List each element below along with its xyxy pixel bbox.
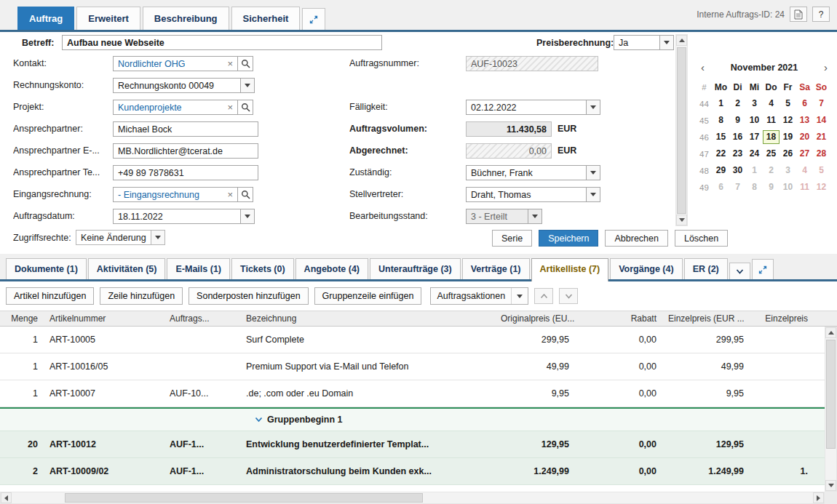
calendar-day[interactable]: 10 (746, 113, 763, 127)
calendar-day[interactable]: 30 (729, 164, 746, 177)
tab-overflow-button[interactable] (729, 263, 750, 279)
serie-button[interactable]: Serie (492, 230, 532, 247)
table-scrollbar-thumb[interactable] (826, 340, 836, 449)
l-schen-button[interactable]: Löschen (675, 230, 728, 247)
calendar-day[interactable]: 27 (796, 147, 813, 161)
calendar-day[interactable]: 4 (796, 164, 813, 177)
table-row[interactable]: 1ART-10005Surf Complete299,950,00299,95 (0, 327, 825, 353)
help-button[interactable]: ? (812, 7, 830, 22)
notes-button[interactable] (790, 7, 807, 22)
calendar-day[interactable]: 5 (780, 97, 796, 111)
preisberechnung-dropdown-button[interactable] (659, 35, 674, 50)
calendar-day[interactable]: 2 (763, 164, 780, 177)
clear-icon[interactable]: × (223, 189, 237, 200)
column-header-bezeichnung[interactable]: Bezeichnung (240, 311, 495, 326)
calendar-day[interactable]: 9 (729, 113, 746, 127)
table-row[interactable]: 1ART-10016/05Premium Support via E-Mail … (0, 353, 825, 380)
table-scroll-up-button[interactable] (825, 327, 836, 338)
calendar-day[interactable]: 6 (713, 180, 729, 194)
tab-tickets-0[interactable]: Tickets (0) (231, 258, 294, 279)
tab-er-2[interactable]: ER (2) (684, 258, 728, 279)
calendar-day[interactable]: 7 (813, 97, 830, 111)
calendar-day[interactable]: 9 (763, 180, 780, 194)
calendar-day[interactable]: 8 (746, 180, 763, 194)
scroll-left-button[interactable] (1, 492, 12, 503)
eingangsrechnung-field[interactable]: - Eingangsrechnung× (113, 187, 238, 202)
scroll-right-button[interactable] (813, 492, 824, 503)
move-row-up-button[interactable] (534, 288, 553, 304)
calendar-day[interactable]: 1 (713, 97, 729, 111)
table-vertical-scrollbar[interactable] (825, 327, 837, 492)
calendar-day[interactable]: 12 (813, 180, 830, 194)
zugriffsrechte-field[interactable]: Keine Änderung (76, 230, 151, 245)
form-scrollbar[interactable] (675, 34, 688, 226)
clear-icon[interactable]: × (223, 58, 237, 69)
calendar-day[interactable]: 23 (729, 147, 746, 161)
calendar-day[interactable]: 11 (796, 180, 813, 194)
calendar-day[interactable]: 26 (780, 147, 796, 161)
horizontal-scrollbar-thumb[interactable] (65, 493, 423, 503)
table-row[interactable]: 1ART-10007AUF-10....de; .com oder .eu Do… (0, 380, 825, 407)
tab-vertr-ge-1[interactable]: Verträge (1) (462, 258, 530, 279)
artikel-hinzuf-gen-button[interactable]: Artikel hinzufügen (6, 287, 94, 305)
calendar-day[interactable]: 7 (729, 180, 746, 194)
projekt-field[interactable]: Kundenprojekte× (113, 100, 238, 115)
tab-artikelliste-7[interactable]: Artikelliste (7) (531, 258, 609, 281)
tab-dokumente-1[interactable]: Dokumente (1) (6, 258, 87, 279)
faelligkeit-dropdown-button[interactable] (586, 100, 600, 115)
kontakt-search-button[interactable] (237, 56, 253, 71)
calendar-day[interactable]: 2 (729, 97, 746, 111)
projekt-search-button[interactable] (237, 100, 253, 115)
form-scroll-up-button[interactable] (676, 35, 687, 46)
zugriffsrechte-dropdown-button[interactable] (151, 230, 165, 245)
calendar-prev-button[interactable]: ‹ (697, 61, 708, 73)
calendar-day[interactable]: 6 (796, 97, 813, 111)
auftragsaktionen-button[interactable]: Auftragsaktionen (430, 287, 528, 305)
calendar-day[interactable]: 1 (746, 164, 763, 177)
calendar-day[interactable]: 10 (780, 180, 796, 194)
column-header-einzelpreis[interactable]: Einzelpreis (750, 311, 814, 326)
zustaendig-dropdown-button[interactable] (586, 165, 600, 180)
eingangsrechnung-search-button[interactable] (237, 187, 253, 202)
calendar-day[interactable]: 13 (796, 113, 813, 127)
tab-vorg-nge-4[interactable]: Vorgänge (4) (610, 258, 682, 279)
kontakt-field[interactable]: Nordlichter OHG× (113, 56, 238, 71)
calendar-day[interactable]: 14 (813, 113, 830, 127)
stellvertreter-dropdown-button[interactable] (586, 187, 600, 202)
tab-e-mails-1[interactable]: E-Mails (1) (167, 258, 230, 279)
speichern-button[interactable]: Speichern (539, 230, 598, 247)
calendar-day[interactable]: 4 (763, 97, 780, 111)
calendar-day[interactable]: 24 (746, 147, 763, 161)
calendar-next-button[interactable]: › (820, 61, 831, 73)
rechnungskonto-dropdown-button[interactable] (240, 78, 255, 93)
calendar-day[interactable]: 22 (713, 147, 729, 161)
calendar-day[interactable]: 21 (813, 130, 830, 144)
preisberechnung-field[interactable]: Ja (614, 35, 660, 50)
column-header-menge[interactable]: Menge (0, 311, 44, 326)
form-scrollbar-thumb[interactable] (677, 47, 686, 214)
abbrechen-button[interactable]: Abbrechen (605, 230, 667, 247)
column-header-einzelpreis-eur[interactable]: Einzelpreis (EUR ... (662, 311, 750, 326)
column-header-auftrags[interactable]: Auftrags... (164, 311, 240, 326)
ansprechpartner-telefon-input[interactable] (113, 165, 258, 180)
gruppenzeile-einf-gen-button[interactable]: Gruppenzeile einfügen (314, 287, 422, 305)
calendar-day[interactable]: 16 (729, 130, 746, 144)
rechnungskonto-field[interactable]: Rechnungskonto 00049 (113, 78, 241, 93)
group-header-row[interactable]: Gruppenbeginn 1 (0, 407, 825, 431)
auftragsdatum-field[interactable]: 18.11.2022 (113, 209, 241, 224)
chevron-down-icon[interactable] (255, 417, 263, 423)
calendar-day[interactable]: 20 (796, 130, 813, 144)
bearbeitungsstand-dropdown-button[interactable] (528, 209, 542, 224)
tab-sicherheit[interactable]: Sicherheit (231, 7, 301, 30)
table-row[interactable]: 2ART-10009/02AUF-1...Administratorschulu… (0, 458, 825, 485)
calendar-day[interactable]: 15 (713, 130, 729, 144)
tab-unterauftr-ge-3[interactable]: Unteraufträge (3) (370, 258, 461, 279)
detach-window-button[interactable] (302, 8, 325, 30)
calendar-day[interactable]: 19 (780, 130, 796, 144)
tab-auftrag[interactable]: Auftrag (17, 7, 74, 30)
calendar-day[interactable]: 3 (780, 164, 796, 177)
tab-angebote-4[interactable]: Angebote (4) (295, 258, 368, 279)
move-row-down-button[interactable] (559, 288, 578, 304)
sonderposten-hinzuf-gen-button[interactable]: Sonderposten hinzufügen (189, 287, 308, 305)
calendar-day[interactable]: 11 (763, 113, 780, 127)
